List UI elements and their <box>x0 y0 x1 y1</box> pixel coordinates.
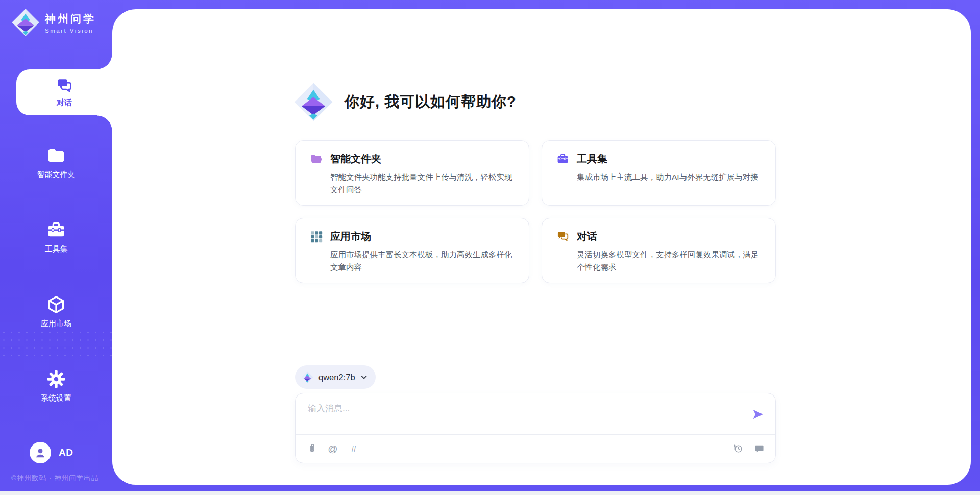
folder-icon <box>46 146 66 165</box>
grid-icon <box>310 230 323 243</box>
model-name: qwen2:7b <box>318 373 355 382</box>
new-chat-button[interactable] <box>753 443 765 455</box>
sidebar-dot-pattern <box>0 329 112 358</box>
message-composer: @ # <box>295 393 776 463</box>
card-description: 智能文件夹功能支持批量文件上传与清洗，轻松实现文件问答 <box>330 170 513 196</box>
gear-icon <box>46 369 66 389</box>
brand-title: 神州问学 <box>45 12 96 26</box>
chat-bubbles-icon <box>56 77 73 94</box>
brand-logo-icon <box>11 8 40 37</box>
hashtag-button[interactable]: # <box>348 443 360 455</box>
feature-cards: 智能文件夹 智能文件夹功能支持批量文件上传与清洗，轻松实现文件问答 工具集 集成… <box>295 140 776 283</box>
toolbox-icon <box>46 220 66 240</box>
history-button[interactable] <box>732 443 744 455</box>
card-toolset[interactable]: 工具集 集成市场上主流工具，助力AI与外界无缝扩展与对接 <box>542 140 776 206</box>
person-icon <box>34 446 47 459</box>
brand-subtitle: Smart Vision <box>45 28 96 34</box>
comment-icon <box>754 443 765 454</box>
sidebar-item-chat[interactable]: 对话 <box>16 69 112 115</box>
sidebar-item-toolset[interactable]: 工具集 <box>0 220 112 254</box>
card-title: 对话 <box>577 230 597 243</box>
sidebar-item-label: 工具集 <box>45 244 68 254</box>
model-logo-icon <box>301 371 313 383</box>
mention-button[interactable]: @ <box>327 443 339 455</box>
sidebar: 神州问学 Smart Vision 对话 智能文件夹 工具集 <box>0 0 112 495</box>
sidebar-item-label: 应用市场 <box>41 319 71 329</box>
user-profile[interactable]: AD <box>30 442 73 463</box>
history-icon <box>733 443 744 454</box>
card-app-market[interactable]: 应用市场 应用市场提供丰富长文本模板，助力高效生成多样化文章内容 <box>295 218 529 283</box>
assistant-logo-icon <box>293 82 333 122</box>
user-initials: AD <box>59 447 73 458</box>
mention-icon: @ <box>328 443 337 455</box>
sidebar-item-app-market[interactable]: 应用市场 <box>0 295 112 329</box>
bottom-scrollbar[interactable] <box>0 491 980 495</box>
toolbox-icon <box>556 153 569 165</box>
card-description: 集成市场上主流工具，助力AI与外界无缝扩展与对接 <box>577 170 760 183</box>
sidebar-item-label: 系统设置 <box>41 393 71 403</box>
sidebar-item-label: 对话 <box>57 98 72 108</box>
cube-icon <box>46 295 66 314</box>
greeting: 你好, 我可以如何帮助你? <box>293 82 517 122</box>
chevron-down-icon <box>360 374 368 380</box>
main-panel: 你好, 我可以如何帮助你? 智能文件夹 智能文件夹功能支持批量文件上传与清洗，轻… <box>112 9 971 485</box>
sidebar-item-smart-folder[interactable]: 智能文件夹 <box>0 146 112 180</box>
folder-open-icon <box>310 153 323 165</box>
card-smart-folder[interactable]: 智能文件夹 智能文件夹功能支持批量文件上传与清洗，轻松实现文件问答 <box>295 140 529 206</box>
card-description: 灵活切换多模型文件，支持多样回复效果调试，满足个性化需求 <box>577 248 760 274</box>
avatar <box>30 442 51 463</box>
send-button[interactable] <box>751 408 765 422</box>
card-title: 智能文件夹 <box>330 152 381 166</box>
hashtag-icon: # <box>351 443 357 455</box>
brand: 神州问学 Smart Vision <box>11 8 96 37</box>
card-chat[interactable]: 对话 灵活切换多模型文件，支持多样回复效果调试，满足个性化需求 <box>542 218 776 283</box>
sidebar-item-label: 智能文件夹 <box>37 170 76 180</box>
paperclip-icon <box>307 443 317 454</box>
chat-bubble-icon <box>556 230 569 243</box>
card-title: 工具集 <box>577 152 607 166</box>
message-input[interactable] <box>307 402 741 430</box>
footer-credit: ©神州数码 · 神州问学出品 <box>11 474 99 483</box>
card-title: 应用市场 <box>330 230 371 243</box>
sidebar-item-settings[interactable]: 系统设置 <box>0 369 112 403</box>
attachment-button[interactable] <box>306 443 318 455</box>
send-icon <box>751 408 765 421</box>
model-selector[interactable]: qwen2:7b <box>295 365 376 389</box>
composer-toolbar: @ # <box>296 435 775 463</box>
card-description: 应用市场提供丰富长文本模板，助力高效生成多样化文章内容 <box>330 248 513 274</box>
greeting-text: 你好, 我可以如何帮助你? <box>345 92 517 112</box>
